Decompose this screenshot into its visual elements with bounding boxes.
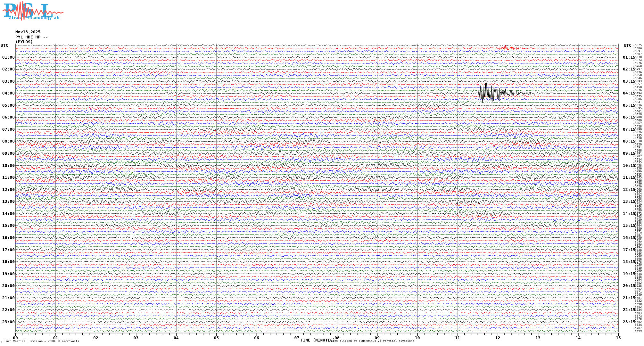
psl-logo: P atras S eismology L ab [3,1,64,22]
hour-label-left: 22:00 [0,308,15,312]
trace-offset-value: -5660 [633,254,642,257]
trace-offset-value: -5628 [633,284,642,287]
logo-word-lab: ab [54,15,60,20]
trace-offset-value: -5549 [633,293,642,296]
trace-offset-value: -5699 [633,269,642,272]
x-tick-label: 14 [573,335,584,340]
hour-label-left: 08:00 [0,139,15,143]
utc-label-right: UTC [624,43,631,48]
scale-mark-glyph: m [1,341,2,343]
seismogram-trace-canvas [0,0,644,346]
trace-offset-value: -5797 [633,68,642,71]
x-tick-label: 13 [533,335,543,340]
hour-label-left: 19:00 [0,272,15,276]
hour-label-left: 20:00 [0,284,15,288]
station-code: PYL HHE HP -- [15,35,48,39]
hour-label-left: 07:00 [0,127,15,131]
trace-offset-value: -5634 [633,324,642,326]
hour-label-left: 05:00 [0,103,15,107]
trace-offset-value: -5632 [633,300,642,302]
trace-offset-value: -5494 [633,92,642,95]
trace-offset-value: -5763 [633,215,642,218]
hour-label-left: 15:00 [0,223,15,227]
trace-offset-value: -4491 [633,146,642,149]
trace-offset-value: -5024 [633,200,642,203]
x-tick-label: 12 [492,335,503,340]
trace-offset-value: -5771 [633,230,642,233]
hour-label-left: 16:00 [0,235,15,240]
x-tick-label: 11 [452,335,463,340]
trace-offset-value: -5052 [633,191,642,194]
trace-offset-value: -5699 [633,330,642,333]
x-tick-label: 06 [251,335,262,340]
trace-offset-value: -5435 [633,161,642,164]
station-name: (PYLOS) [15,39,33,44]
clip-note: Traces clipped at plus/minus 25 vertical… [327,339,414,342]
hour-label-left: 01:00 [0,55,15,59]
trace-offset-value: -5711 [633,239,642,242]
hour-label-left: 03:00 [0,79,15,83]
hour-label-left: 02:00 [0,67,15,71]
x-tick-label: 04 [171,335,182,340]
trace-offset-value: -5801 [633,245,642,248]
hour-label-left: 10:00 [0,163,15,168]
x-tick-label: 03 [130,335,141,340]
psl-logo-graphic: P atras S eismology L ab [3,1,64,21]
hour-label-left: 06:00 [0,115,15,119]
scale-note: Each Vertical Division = 2500.00 microvo… [4,340,79,343]
trace-offset-value: -5245 [633,176,642,179]
hour-label-left: 12:00 [0,187,15,192]
trace-offset-value: -5426 [633,185,642,188]
trace-offset-value: -5534 [633,309,642,311]
hour-label-left: 11:00 [0,175,15,179]
x-tick-label: 02 [90,335,101,340]
x-tick-label: 05 [211,335,222,340]
trace-offset-value: -5646 [633,77,642,80]
x-tick-label: 15 [613,335,624,340]
hour-label-left: 09:00 [0,151,15,155]
logo-letter-l: L [40,1,53,21]
record-date: Nov18,2025 [15,29,40,34]
trace-offset-value: -5607 [633,53,642,56]
trace-offset-value: -5595 [633,107,642,110]
hour-label-left: 18:00 [0,260,15,264]
hour-label-left: 04:00 [0,91,15,95]
trace-offset-value: -5280 [633,116,642,119]
hour-label-left: 23:00 [0,320,15,324]
hour-label-left: 21:00 [0,296,15,300]
trace-offset-value: -5976 [633,62,642,65]
hour-label-left: 17:00 [0,248,15,252]
helicorder-page: P atras S eismology L ab Nov18,2025 PYL … [0,0,644,346]
record-header: Nov18,2025 PYL HHE HP -- (PYLOS) [15,29,48,45]
hour-label-left: 14:00 [0,211,15,216]
trace-offset-value: -5026 [633,131,642,134]
utc-label-left: UTC [1,43,8,48]
hour-label-left: 13:00 [0,199,15,203]
trace-offset-value: -5362 [633,122,642,125]
